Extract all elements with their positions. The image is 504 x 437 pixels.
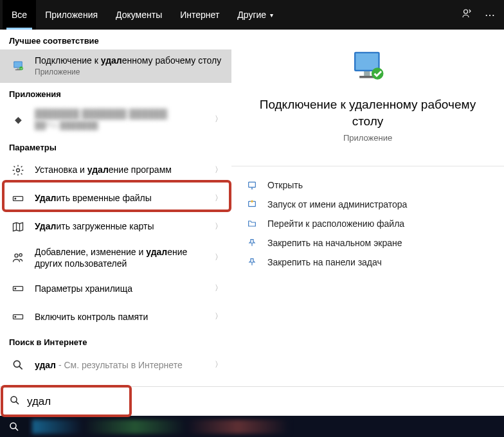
svg-rect-21 [249, 183, 256, 188]
svg-point-20 [372, 67, 384, 80]
map-icon [9, 218, 27, 236]
action-open[interactable]: Открыть [244, 175, 491, 195]
svg-point-15 [14, 361, 20, 367]
action-pin-start[interactable]: Закрепить на начальном экране [244, 233, 491, 253]
svg-point-5 [19, 66, 23, 70]
svg-point-12 [15, 288, 16, 289]
gear-icon [9, 161, 27, 179]
filter-tabs: Все Приложения Документы Интернет Другие… [0, 0, 504, 30]
tab-all[interactable]: Все [3, 0, 36, 30]
search-input[interactable] [27, 395, 495, 408]
section-apps: Приложения [0, 83, 231, 103]
chevron-right-icon: 〉 [215, 311, 222, 322]
svg-rect-2 [14, 62, 22, 67]
svg-rect-17 [356, 53, 378, 70]
svg-rect-18 [364, 71, 370, 76]
preview-panel: Подключение к удаленному рабочему столу … [231, 30, 504, 386]
open-icon [244, 180, 260, 190]
setting-item-memory-control[interactable]: Включить контроль памяти 〉 [0, 303, 231, 331]
pin-icon [244, 238, 260, 248]
setting-item-delete-temp[interactable]: Удалить временные файлы 〉 [0, 184, 231, 213]
setting-item-uninstall[interactable]: Установка и удаление программ 〉 [0, 156, 231, 184]
tab-other[interactable]: Другие▾ [228, 0, 282, 30]
svg-point-14 [15, 316, 16, 317]
app-icon: ◆ [9, 111, 27, 129]
section-web: Поиск в Интернете [0, 331, 231, 351]
rdp-icon [9, 57, 27, 75]
svg-point-0 [464, 10, 468, 13]
action-open-location[interactable]: Перейти к расположению файла [244, 214, 491, 233]
taskbar-search-icon[interactable] [0, 416, 28, 437]
tab-apps[interactable]: Приложения [36, 0, 107, 30]
svg-point-24 [10, 423, 16, 429]
setting-item-storage[interactable]: Параметры хранилища 〉 [0, 274, 231, 303]
chevron-right-icon: 〉 [215, 221, 222, 232]
search-bar [0, 386, 504, 416]
pin-icon [244, 257, 260, 267]
chevron-right-icon: 〉 [215, 193, 222, 204]
setting-item-delete-maps[interactable]: Удалить загруженные карты 〉 [0, 213, 231, 241]
chevron-right-icon: 〉 [215, 165, 222, 175]
taskbar [0, 416, 504, 437]
svg-point-10 [19, 254, 22, 256]
preview-title: Подключение к удаленному рабочему столу [244, 96, 491, 129]
more-icon[interactable]: ⋯ [478, 9, 501, 21]
chevron-down-icon: ▾ [270, 12, 273, 19]
feedback-icon[interactable] [455, 8, 478, 22]
chevron-right-icon: 〉 [215, 359, 222, 370]
chevron-right-icon: 〉 [215, 114, 222, 125]
action-pin-taskbar[interactable]: Закрепить на панели задач [244, 253, 491, 272]
chevron-right-icon: 〉 [215, 252, 222, 263]
setting-item-users[interactable]: Добавление, изменение и удаление других … [0, 241, 231, 274]
section-settings: Параметры [0, 136, 231, 156]
svg-rect-3 [17, 67, 19, 69]
folder-icon [244, 219, 260, 229]
app-item-blurred[interactable]: ◆ ███████ ███████ ██████ ██Pro ███████ 〉 [0, 103, 231, 136]
tab-docs[interactable]: Документы [107, 0, 171, 30]
storage-icon [9, 280, 27, 298]
section-best-match: Лучшее соответствие [0, 30, 231, 49]
search-icon [9, 356, 27, 374]
admin-icon [244, 199, 260, 210]
taskbar-apps-blurred [32, 420, 289, 434]
svg-point-9 [15, 254, 18, 257]
web-search-item[interactable]: удал - См. результаты в Интернете 〉 [0, 351, 231, 379]
svg-point-8 [15, 198, 16, 199]
storage-icon [9, 308, 27, 326]
svg-point-6 [17, 168, 20, 172]
action-run-admin[interactable]: Запуск от имени администратора [244, 195, 491, 214]
svg-point-23 [11, 397, 17, 402]
people-icon [9, 249, 27, 267]
preview-subtitle: Приложение [244, 133, 491, 143]
chevron-right-icon: 〉 [215, 283, 222, 294]
tab-internet[interactable]: Интернет [171, 0, 228, 30]
results-panel: Лучшее соответствие Подключение к удален… [0, 30, 231, 386]
storage-icon [9, 190, 27, 208]
search-icon [9, 395, 21, 409]
rdp-icon-large [350, 49, 386, 85]
best-match-item[interactable]: Подключение к удаленному рабочему столу … [0, 49, 231, 83]
